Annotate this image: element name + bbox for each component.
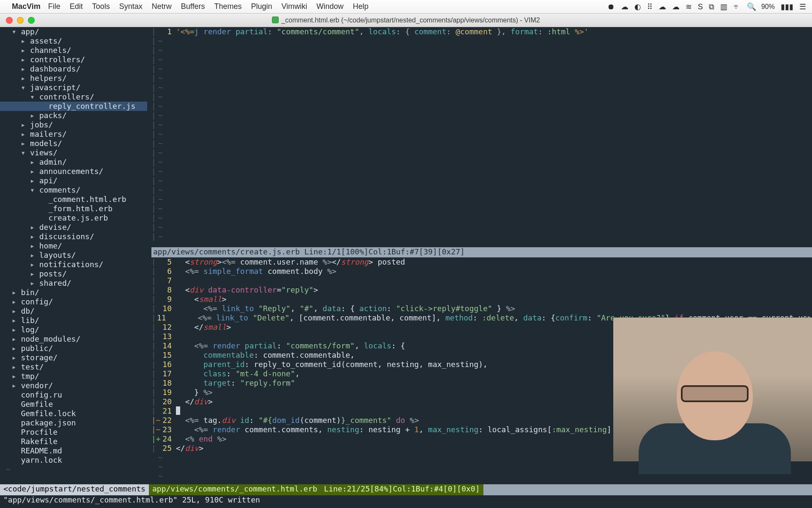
menu-vimwiki[interactable]: Vimwiki xyxy=(282,2,307,11)
tree-folder[interactable]: ▾ javascript/ xyxy=(0,83,147,92)
menubar-status-icon[interactable]: ≋ xyxy=(686,3,692,11)
empty-line: |~ xyxy=(151,55,812,64)
menubar-status-icon[interactable]: S xyxy=(698,3,703,11)
tree-folder[interactable]: ▸ controllers/ xyxy=(0,55,147,64)
menu-plugin[interactable]: Plugin xyxy=(251,2,272,11)
tree-file[interactable]: reply_controller.js xyxy=(0,102,147,111)
menubar-status-icon[interactable]: ▥ xyxy=(720,3,727,11)
traffic-lights xyxy=(0,17,35,24)
tilde: ~ xyxy=(0,465,147,474)
menu-tools[interactable]: Tools xyxy=(92,2,110,11)
tree-file[interactable]: Gemfile xyxy=(0,400,147,409)
tree-file[interactable]: create.js.erb xyxy=(0,213,147,223)
empty-line: |~ xyxy=(151,36,812,46)
menubar-status-icon[interactable]: ⧉ xyxy=(709,3,714,11)
tree-folder[interactable]: ▸ admin/ xyxy=(0,157,147,167)
tree-folder[interactable]: ▸ discussions/ xyxy=(0,232,147,241)
menu-file[interactable]: File xyxy=(48,2,60,11)
tree-folder[interactable]: ▸ vendor/ xyxy=(0,381,147,390)
menubar-status-icon[interactable]: ☁ xyxy=(621,3,628,11)
menubar-status-icon[interactable]: ☁ xyxy=(658,3,666,11)
empty-line: |~ xyxy=(151,102,812,111)
tree-folder[interactable]: ▸ tmp/ xyxy=(0,372,147,381)
window-title: _comment.html.erb (~/code/jumpstart/nest… xyxy=(0,17,812,24)
tree-folder[interactable]: ▸ home/ xyxy=(0,241,147,251)
tree-folder[interactable]: ▸ helpers/ xyxy=(0,74,147,83)
menu-netrw[interactable]: Netrw xyxy=(152,2,172,11)
tree-folder[interactable]: ▸ jobs/ xyxy=(0,120,147,130)
menubar-status-icon[interactable]: ☁ xyxy=(672,3,680,11)
tree-folder[interactable]: ▸ assets/ xyxy=(0,36,147,46)
menu-window[interactable]: Window xyxy=(316,2,343,11)
menubar-percent: 90% xyxy=(761,3,775,11)
menu-buffers[interactable]: Buffers xyxy=(181,2,205,11)
tree-file[interactable]: Rakefile xyxy=(0,437,147,446)
menu-syntax[interactable]: Syntax xyxy=(119,2,143,11)
tree-folder[interactable]: ▸ notifications/ xyxy=(0,260,147,269)
tree-folder[interactable]: ▸ devise/ xyxy=(0,223,147,232)
tree-file[interactable]: Procfile xyxy=(0,428,147,437)
file-tree[interactable]: ▾ app/ ▸ assets/ ▸ channels/ ▸ controlle… xyxy=(0,27,147,508)
tree-file[interactable]: README.md xyxy=(0,446,147,456)
tree-folder[interactable]: ▸ test/ xyxy=(0,362,147,372)
empty-line: |~ xyxy=(151,83,812,92)
command-line[interactable]: "app/views/comments/_comment.html.erb" 2… xyxy=(0,495,812,508)
empty-line: |~ xyxy=(151,148,812,157)
tree-folder[interactable]: ▸ announcements/ xyxy=(0,167,147,176)
code-line: | 8 <div data-controller="reply"> xyxy=(151,285,812,295)
code-line: | 7 xyxy=(151,276,812,285)
tree-folder[interactable]: ▾ controllers/ xyxy=(0,92,147,102)
tree-folder[interactable]: ▸ node_modules/ xyxy=(0,334,147,344)
tree-folder[interactable]: ▸ config/ xyxy=(0,297,147,306)
empty-line: |~ xyxy=(151,204,812,213)
tree-folder[interactable]: ▸ bin/ xyxy=(0,288,147,297)
zoom-icon[interactable] xyxy=(28,17,35,24)
menubar-status-icon[interactable]: ◐ xyxy=(634,3,641,11)
menu-themes[interactable]: Themes xyxy=(214,2,242,11)
menubar-status-icon[interactable]: 🔍 xyxy=(747,3,756,11)
tree-folder[interactable]: ▸ mailers/ xyxy=(0,130,147,139)
tree-folder[interactable]: ▾ comments/ xyxy=(0,185,147,195)
empty-line: |~ xyxy=(151,139,812,148)
menubar-status-icon[interactable]: ⠿ xyxy=(647,3,653,11)
app-name[interactable]: MacVim xyxy=(12,2,41,11)
close-icon[interactable] xyxy=(6,17,13,24)
tree-folder[interactable]: ▾ views/ xyxy=(0,148,147,157)
empty-line: |~ xyxy=(151,111,812,120)
tree-folder[interactable]: ▸ models/ xyxy=(0,139,147,148)
tree-folder[interactable]: ▸ storage/ xyxy=(0,353,147,362)
tree-file[interactable]: _form.html.erb xyxy=(0,204,147,213)
tree-folder[interactable]: ▸ channels/ xyxy=(0,46,147,55)
menu-edit[interactable]: Edit xyxy=(70,2,83,11)
empty-line: |~ xyxy=(151,130,812,139)
tree-file[interactable]: Gemfile.lock xyxy=(0,409,147,418)
tree-folder[interactable]: ▸ shared/ xyxy=(0,279,147,288)
battery-icon[interactable]: ▮▮▮ xyxy=(781,2,793,11)
tree-folder[interactable]: ▸ layouts/ xyxy=(0,251,147,260)
tree-file[interactable]: config.ru xyxy=(0,390,147,400)
tree-folder[interactable]: ▸ dashboards/ xyxy=(0,64,147,74)
menu-help[interactable]: Help xyxy=(353,2,368,11)
tree-folder[interactable]: ▸ packs/ xyxy=(0,111,147,120)
tree-folder[interactable]: ▸ posts/ xyxy=(0,269,147,279)
pane-statusline-top: app/views/comments/create.js.erb Line:1/… xyxy=(151,247,812,257)
tree-file[interactable]: yarn.lock xyxy=(0,456,147,465)
pane-top[interactable]: | 1 '<%=j render partial: "comments/comm… xyxy=(151,27,812,247)
empty-line: |~ xyxy=(151,232,812,241)
menubar-status-icon[interactable]: ᯤ xyxy=(733,3,741,11)
minimize-icon[interactable] xyxy=(17,17,24,24)
document-icon xyxy=(272,17,279,23)
menubar-status-icon[interactable]: ⏺ xyxy=(607,3,615,11)
tree-folder[interactable]: ▸ log/ xyxy=(0,325,147,334)
tree-file[interactable]: _comment.html.erb xyxy=(0,195,147,204)
tree-folder[interactable]: ▸ lib/ xyxy=(0,316,147,325)
window-titlebar: _comment.html.erb (~/code/jumpstart/nest… xyxy=(0,14,812,27)
tree-file[interactable]: package.json xyxy=(0,418,147,428)
status-position: Line:21/25[84%]Col:1Buf:#4[0][0x0] xyxy=(321,484,483,495)
tree-folder[interactable]: ▾ app/ xyxy=(0,27,147,36)
empty-line: |~ xyxy=(151,213,812,223)
control-center-icon[interactable]: ☰ xyxy=(799,2,806,11)
tree-folder[interactable]: ▸ api/ xyxy=(0,176,147,185)
tree-folder[interactable]: ▸ public/ xyxy=(0,344,147,353)
tree-folder[interactable]: ▸ db/ xyxy=(0,306,147,316)
